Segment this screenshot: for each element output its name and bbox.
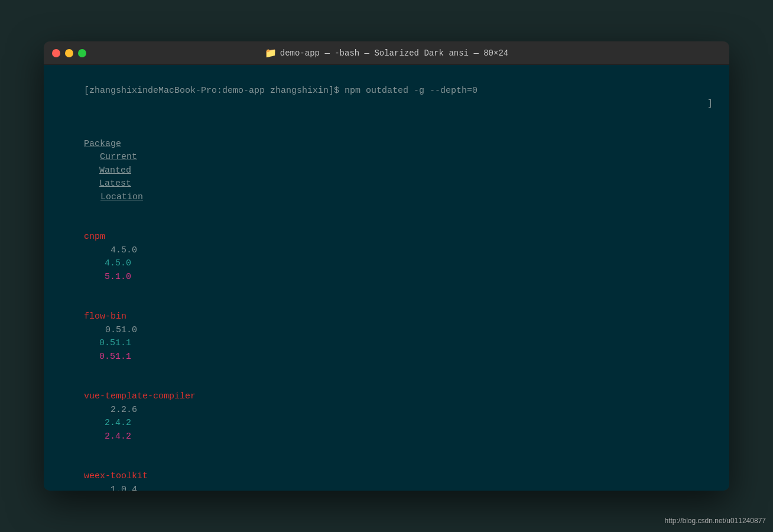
minimize-button[interactable] [65, 49, 73, 57]
watermark: http://blog.csdn.net/u011240877 [665, 517, 766, 525]
header-current: Current [84, 151, 137, 164]
titlebar-text: demo-app — -bash — Solarized Dark ansi —… [280, 48, 508, 58]
terminal-window: 📁 demo-app — -bash — Solarized Dark ansi… [44, 41, 729, 491]
command-line-1: [zhangshixindeMacBook-Pro:demo-app zhang… [52, 71, 721, 124]
pkg-name-0: cnpm [84, 231, 285, 244]
pkg-wanted-2: 2.4.2 [84, 417, 131, 430]
maximize-button[interactable] [78, 49, 86, 57]
pkg-name-2: vue-template-compiler [84, 390, 285, 404]
pkg-current-3: 1.0.4 [84, 484, 137, 491]
pkg-row-2: vue-template-compiler 2.2.6 2.4.2 2.4.2 [52, 377, 721, 457]
header-location: Location [84, 191, 143, 205]
folder-icon: 📁 [265, 47, 277, 59]
titlebar: 📁 demo-app — -bash — Solarized Dark ansi… [44, 41, 729, 65]
header-wanted: Wanted [84, 164, 131, 178]
pkg-name-3: weex-toolkit [84, 470, 285, 484]
pkg-current-1: 0.51.0 [84, 324, 137, 338]
pkg-latest-0: 5.1.0 [84, 271, 131, 284]
pkg-row-3: weex-toolkit 1.0.4 1.0.6 1.0.7-s [52, 457, 721, 491]
close-button[interactable] [52, 49, 60, 57]
pkg-current-2: 2.2.6 [84, 404, 137, 417]
pkg-row-0: cnpm 4.5.0 4.5.0 5.1.0 [52, 218, 721, 297]
prompt-1: [zhangshixindeMacBook-Pro:demo-app zhang… [84, 86, 478, 96]
terminal-body[interactable]: [zhangshixindeMacBook-Pro:demo-app zhang… [44, 65, 729, 491]
pkg-current-0: 4.5.0 [84, 244, 137, 258]
header-latest: Latest [84, 177, 131, 191]
header-package: Package [84, 138, 285, 151]
bracket-right-1: ] [707, 98, 713, 111]
pkg-name-1: flow-bin [84, 310, 285, 324]
pkg-wanted-0: 4.5.0 [84, 257, 131, 271]
header-row: Package Current Wanted Latest Location [52, 124, 721, 218]
pkg-latest-2: 2.4.2 [84, 430, 131, 444]
traffic-lights [52, 49, 86, 57]
pkg-row-1: flow-bin 0.51.0 0.51.1 0.51.1 [52, 297, 721, 377]
pkg-latest-1: 0.51.1 [84, 351, 131, 364]
pkg-wanted-1: 0.51.1 [84, 337, 131, 351]
